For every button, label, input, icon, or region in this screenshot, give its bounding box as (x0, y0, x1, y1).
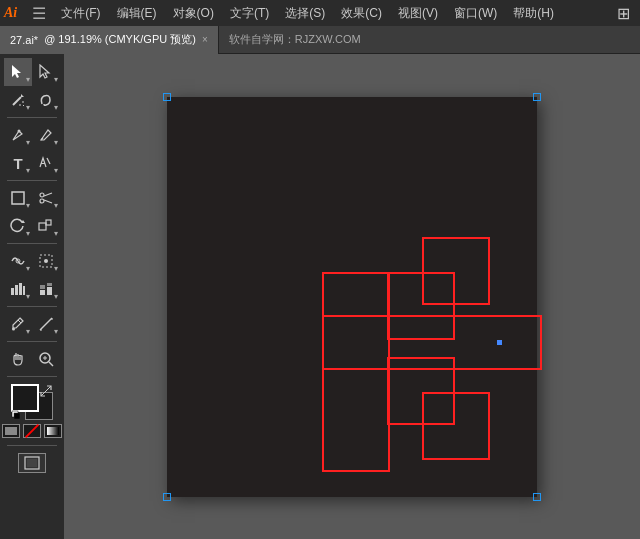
separator-1 (7, 117, 57, 118)
separator-4 (7, 306, 57, 307)
tool-row-pen: ▾ ▾ (0, 121, 64, 149)
workspace-switcher-icon[interactable]: ⊞ (617, 4, 636, 23)
lasso-tool[interactable]: ▾ (32, 86, 60, 114)
select-tool[interactable]: ▾ (4, 58, 32, 86)
gradient-icon[interactable] (44, 424, 62, 438)
type-tool[interactable]: T ▾ (4, 149, 32, 177)
tab-active-label: 27.ai* (10, 34, 38, 46)
menu-select[interactable]: 选择(S) (277, 3, 333, 24)
zoom-tool[interactable] (32, 345, 60, 373)
menu-type[interactable]: 文字(T) (222, 3, 277, 24)
pen-tool[interactable]: ▾ (4, 121, 32, 149)
svg-rect-39 (5, 427, 17, 435)
svg-marker-3 (21, 94, 24, 97)
scale-tool[interactable]: ▾ (32, 212, 60, 240)
tool-row-transform: ▾ ▾ (0, 212, 64, 240)
tab-active-info: @ 191.19% (CMYK/GPU 预览) (44, 32, 196, 47)
main-area: ▾ ▾ ▾ ▾ (0, 54, 640, 539)
eyedropper-tool[interactable]: ▾ (4, 310, 32, 338)
canvas-area[interactable] (64, 54, 640, 539)
handle-top-left (163, 93, 171, 101)
tab-bar: 27.ai* @ 191.19% (CMYK/GPU 预览) × 软件自学网：R… (0, 26, 640, 54)
measure-tool[interactable]: ▾ (32, 310, 60, 338)
screen-mode-section (14, 449, 50, 477)
svg-point-9 (40, 193, 44, 197)
puppet-warp-tool[interactable]: ▾ (32, 247, 60, 275)
swap-colors-icon[interactable] (39, 384, 53, 398)
reset-colors-icon[interactable] (11, 410, 21, 420)
svg-line-29 (40, 318, 52, 330)
color-section (0, 380, 64, 442)
svg-rect-26 (47, 283, 52, 286)
svg-point-28 (12, 328, 15, 331)
svg-rect-38 (14, 413, 20, 419)
pencil-tool[interactable]: ▾ (32, 121, 60, 149)
svg-line-6 (23, 105, 24, 106)
tool-row-shape: ▾ ▾ (0, 184, 64, 212)
tool-row-eyedropper: ▾ ▾ (0, 310, 64, 338)
tab-inactive-label: 软件自学网：RJZXW.COM (229, 32, 361, 47)
fill-stroke-options (2, 424, 62, 438)
svg-rect-42 (27, 459, 37, 467)
tool-row-wand: ▾ ▾ (0, 86, 64, 114)
center-reference-dot (497, 340, 502, 345)
foreground-color-box[interactable] (11, 384, 39, 412)
svg-rect-21 (19, 283, 22, 295)
red-rect-bottom (422, 392, 490, 460)
svg-point-18 (44, 259, 48, 263)
graph-tool[interactable]: ▾ (4, 275, 32, 303)
artboard (167, 97, 537, 497)
magic-wand-tool[interactable]: ▾ (4, 86, 32, 114)
svg-rect-24 (40, 285, 45, 289)
menu-view[interactable]: 视图(V) (390, 3, 446, 24)
svg-rect-14 (39, 223, 46, 230)
color-boxes (11, 384, 53, 420)
svg-line-36 (41, 386, 51, 396)
red-rect-left (322, 272, 390, 472)
warp-tool[interactable]: ▾ (4, 247, 32, 275)
tool-row-hand (0, 345, 64, 373)
app-logo: Ai (4, 5, 17, 21)
screen-mode-button[interactable] (18, 453, 46, 473)
rectangle-tool[interactable]: ▾ (4, 184, 32, 212)
handle-bottom-right (533, 493, 541, 501)
svg-rect-40 (47, 427, 59, 435)
menu-edit[interactable]: 编辑(E) (109, 3, 165, 24)
separator-3 (7, 243, 57, 244)
svg-line-11 (44, 193, 52, 196)
tool-row-warp: ▾ ▾ (0, 247, 64, 275)
svg-marker-0 (12, 65, 21, 78)
handle-top-right (533, 93, 541, 101)
menu-file[interactable]: 文件(F) (53, 3, 108, 24)
rotate-tool[interactable]: ▾ (4, 212, 32, 240)
handle-bottom-left (163, 493, 171, 501)
menu-help[interactable]: 帮助(H) (505, 3, 562, 24)
menu-object[interactable]: 对象(O) (165, 3, 222, 24)
menu-icon: ☰ (25, 0, 53, 27)
tool-row-type: T ▾ ▾ (0, 149, 64, 177)
touch-type-tool[interactable]: ▾ (32, 149, 60, 177)
menu-window[interactable]: 窗口(W) (446, 3, 505, 24)
svg-rect-15 (46, 220, 51, 225)
tab-active[interactable]: 27.ai* @ 191.19% (CMYK/GPU 预览) × (0, 26, 219, 54)
tab-inactive[interactable]: 软件自学网：RJZXW.COM (219, 26, 371, 54)
tab-close-button[interactable]: × (202, 34, 208, 45)
direct-select-tool[interactable]: ▾ (32, 58, 60, 86)
svg-marker-1 (40, 65, 49, 78)
scissors-tool[interactable]: ▾ (32, 184, 60, 212)
svg-line-2 (13, 97, 21, 105)
svg-rect-8 (12, 192, 24, 204)
tool-row-graph: ▾ ▾ (0, 275, 64, 303)
menu-effect[interactable]: 效果(C) (333, 3, 390, 24)
hand-tool[interactable] (4, 345, 32, 373)
svg-line-27 (18, 320, 21, 323)
color-fill-icon[interactable] (2, 424, 20, 438)
separator-7 (7, 445, 57, 446)
toolbar: ▾ ▾ ▾ ▾ (0, 54, 64, 539)
no-fill-icon[interactable] (23, 424, 41, 438)
svg-rect-20 (15, 285, 18, 295)
column-graph-tool[interactable]: ▾ (32, 275, 60, 303)
svg-line-33 (49, 362, 53, 366)
tool-row-select: ▾ ▾ (0, 58, 64, 86)
separator-6 (7, 376, 57, 377)
